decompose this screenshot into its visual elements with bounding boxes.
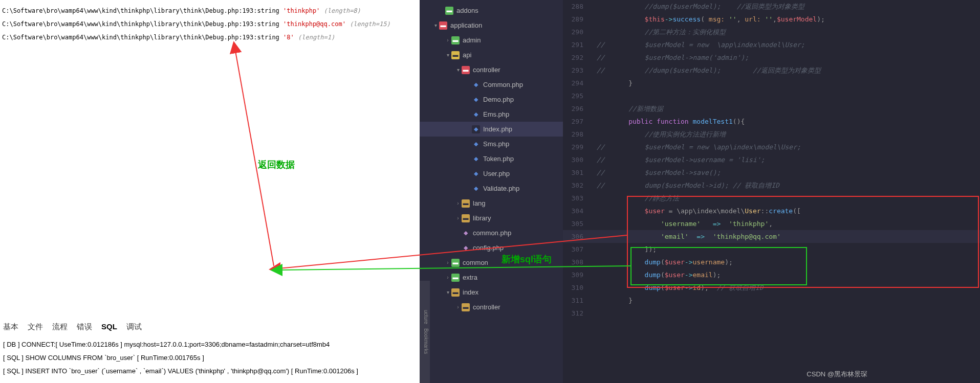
line-number: 311 — [563, 294, 589, 307]
tree-item-index[interactable]: ▾▬index — [420, 285, 583, 300]
line-number: 305 — [563, 217, 589, 230]
debug-line: C:\Software\bro\wamp64\www\kind\thinkphp… — [2, 31, 418, 44]
tree-item-common-php[interactable]: ◆common.php — [420, 226, 583, 240]
code-line[interactable]: 291 // $userModel = new \app\index\model… — [563, 38, 980, 51]
tree-item-addons[interactable]: ▬addons — [420, 3, 583, 18]
line-number: 306 — [563, 230, 589, 243]
line-number: 303 — [563, 192, 589, 205]
tree-item-admin[interactable]: ›▬admin — [420, 33, 583, 48]
code-line[interactable]: 294 } — [563, 77, 980, 89]
code-line[interactable]: 305 'username' => 'thinkphp', — [563, 217, 980, 230]
code-line[interactable]: 302 // dump($userModel->id); // 获取自增ID — [563, 179, 980, 192]
tree-label: controller — [473, 300, 500, 314]
tree-item-application[interactable]: ▾▬application — [420, 18, 583, 33]
php-icon: ◆ — [472, 81, 480, 89]
line-number: 295 — [563, 89, 589, 102]
code-line[interactable]: 303 //静态方法 — [563, 192, 980, 205]
code-line[interactable]: 301 // $userModel->save(); — [563, 166, 980, 179]
project-tree[interactable]: ▬addons▾▬application›▬admin▾▬api▾▬contro… — [420, 0, 583, 318]
code-line[interactable]: 312 — [563, 307, 980, 320]
code-line[interactable]: 290 //第二种方法：实例化模型 — [563, 26, 980, 38]
line-number: 296 — [563, 102, 589, 115]
tree-item-Sms-php[interactable]: ◆Sms.php — [420, 137, 583, 151]
php-icon: ◆ — [472, 96, 480, 104]
tree-item-Token-php[interactable]: ◆Token.php — [420, 151, 583, 166]
sidebar-bookmarks[interactable]: ucture Bookmarks — [420, 281, 430, 383]
tab-错误[interactable]: 错误 — [77, 322, 92, 332]
tree-label: Token.php — [483, 151, 514, 166]
line-number: 310 — [563, 281, 589, 294]
tree-label: Sms.php — [483, 137, 509, 151]
tree-label: common.php — [473, 226, 511, 240]
code-line[interactable]: 293 // //dump($userModel); //返回类型为对象类型 — [563, 64, 980, 77]
line-number: 294 — [563, 77, 589, 89]
chevron-icon: › — [454, 300, 462, 314]
code-line[interactable]: 298 //使用实例化方法进行新增 — [563, 128, 980, 141]
tree-label: Validate.php — [483, 181, 519, 196]
code-line[interactable]: 288 //dump($userModel); //返回类型为对象类型 — [563, 0, 980, 13]
tree-item-extra[interactable]: ›▬extra — [420, 270, 583, 285]
code-line[interactable]: 311 } — [563, 294, 980, 307]
chevron-icon: › — [454, 196, 462, 211]
folder-yellow-icon: ▬ — [451, 51, 460, 59]
php-icon: ◆ — [472, 110, 480, 119]
tree-item-User-php[interactable]: ◆User.php — [420, 166, 583, 181]
tree-label: index — [463, 285, 478, 300]
line-number: 302 — [563, 179, 589, 192]
structure-tab-label: ucture — [423, 310, 429, 324]
bookmarks-tab-label: Bookmarks — [423, 328, 429, 354]
code-line[interactable]: 300 // $userModel->username = 'lisi'; — [563, 153, 980, 166]
line-number: 289 — [563, 13, 589, 26]
tree-label: api — [463, 48, 471, 62]
folder-green-icon: ▬ — [445, 7, 453, 15]
tree-label: Common.php — [483, 77, 523, 92]
line-number: 301 — [563, 166, 589, 179]
tab-SQL[interactable]: SQL — [101, 322, 117, 332]
tree-item-Demo-php[interactable]: ◆Demo.php — [420, 92, 583, 107]
tab-调试[interactable]: 调试 — [126, 322, 142, 332]
code-editor[interactable]: 288 //dump($userModel); //返回类型为对象类型289 $… — [563, 0, 980, 383]
tab-流程[interactable]: 流程 — [52, 322, 68, 332]
code-line[interactable]: 308 dump($user->username); — [563, 256, 980, 268]
php2-icon: ◆ — [462, 229, 470, 237]
code-line[interactable]: 296 //新增数据 — [563, 102, 980, 115]
folder-red-icon: ▬ — [462, 66, 470, 74]
chevron-icon: › — [454, 211, 462, 226]
code-line[interactable]: 292 // $userModel->name('admin'); — [563, 51, 980, 64]
tab-基本[interactable]: 基本 — [3, 322, 18, 332]
tree-label: admin — [463, 33, 481, 48]
tab-文件[interactable]: 文件 — [28, 322, 43, 332]
code-line[interactable]: 297 public function modelTest1(){ — [563, 115, 980, 128]
code-line[interactable]: 299 // $userModel = new \app\index\model… — [563, 141, 980, 153]
code-line[interactable]: 295 — [563, 89, 980, 102]
php-icon: ◆ — [472, 155, 480, 163]
tree-item-Index-php[interactable]: ◆Index.php — [420, 122, 583, 137]
code-line[interactable]: 310 dump($user->id); // 获取自增ID — [563, 281, 980, 294]
line-number: 304 — [563, 205, 589, 217]
code-line[interactable]: 304 $user = \app\index\model\User::creat… — [563, 205, 980, 217]
folder-icon: ▬ — [462, 199, 470, 208]
tree-item-api[interactable]: ▾▬api — [420, 48, 583, 62]
line-number: 292 — [563, 51, 589, 64]
tree-item-library[interactable]: ›▬library — [420, 211, 583, 226]
php2-icon: ◆ — [462, 244, 470, 252]
tree-label: Ems.php — [483, 107, 509, 122]
line-number: 312 — [563, 307, 589, 320]
code-line[interactable]: 306 'email' => 'thinkphp@qq.com' — [563, 230, 980, 243]
tree-item-controller[interactable]: ›▬controller — [420, 300, 583, 314]
code-line[interactable]: 289 $this->success( msg: '', url: '',$us… — [563, 13, 980, 26]
folder-red-icon: ▬ — [439, 21, 447, 30]
tree-label: controller — [473, 62, 500, 77]
tree-item-Validate-php[interactable]: ◆Validate.php — [420, 181, 583, 196]
php-icon: ◆ — [472, 140, 480, 148]
tree-item-Common-php[interactable]: ◆Common.php — [420, 77, 583, 92]
tree-label: common — [463, 255, 488, 270]
tree-label: Index.php — [483, 122, 512, 137]
chevron-icon: › — [444, 33, 451, 48]
tree-item-Ems-php[interactable]: ◆Ems.php — [420, 107, 583, 122]
line-number: 300 — [563, 153, 589, 166]
tree-item-controller[interactable]: ▾▬controller — [420, 62, 583, 77]
code-line[interactable]: 309 dump($user->email); — [563, 268, 980, 281]
code-line[interactable]: 307 ]); — [563, 243, 980, 256]
tree-item-lang[interactable]: ›▬lang — [420, 196, 583, 211]
